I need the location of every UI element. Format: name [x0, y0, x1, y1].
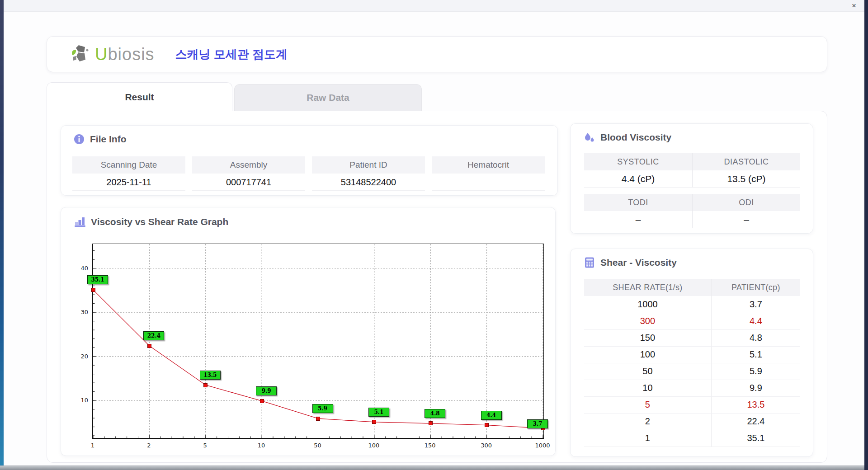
desktop-wallpaper-left-edge	[0, 0, 4, 470]
window-titlebar: ×	[4, 0, 864, 12]
header-card: Ubiosis 스캐닝 모세관 점도계	[47, 36, 827, 72]
data-point-marker	[316, 417, 320, 421]
shear-rate-cell: 150	[584, 329, 711, 346]
shear-rate-cell: 1000	[584, 296, 711, 313]
data-point-marker	[147, 344, 151, 348]
shear-rate-cell: 100	[584, 346, 711, 363]
systolic-diastolic-block: SYSTOLIC DIASTOLIC 4.4 (cP) 13.5 (cP)	[584, 153, 800, 188]
ubiosis-logo: Ubiosis	[71, 44, 155, 64]
x-axis-tick-label: 5	[192, 442, 219, 449]
brand-wordmark: Ubiosis	[95, 45, 155, 64]
col-shear-rate: SHEAR RATE(1/s)	[584, 279, 711, 296]
shear-rate-cell: 50	[584, 363, 711, 380]
app-title: 스캐닝 모세관 점도계	[175, 47, 288, 62]
data-point-label: 5.1	[368, 408, 389, 417]
patient-cell: 22.4	[711, 413, 800, 430]
calculator-icon	[584, 257, 595, 268]
x-axis-tick-label: 1	[79, 442, 106, 449]
patient-cell: 13.5	[711, 396, 800, 413]
field-value: 53148522400	[312, 174, 425, 191]
data-point-label: 9.9	[256, 386, 277, 395]
todi-odi-block: TODI ODI – –	[584, 194, 800, 228]
table-row: 109.9	[584, 380, 800, 396]
shear-viscosity-table: SHEAR RATE(1/s) PATIENT(cp) 10003.73004.…	[584, 279, 800, 447]
info-icon	[74, 134, 85, 145]
shear-rate-cell: 10	[584, 380, 711, 396]
patient-cell: 9.9	[711, 380, 800, 396]
table-row: 513.5	[584, 396, 800, 413]
x-axis-tick-label: 100	[360, 442, 387, 449]
tab-result[interactable]: Result	[47, 82, 232, 111]
x-axis-tick-label: 300	[473, 442, 500, 449]
todi-value: –	[584, 211, 692, 228]
y-axis-tick-label: 20	[73, 353, 88, 360]
app-window: Ubiosis 스캐닝 모세관 점도계 Result Raw Data File…	[4, 12, 864, 465]
data-point-label: 4.8	[425, 409, 445, 418]
table-row: 1504.8	[584, 329, 800, 346]
data-point-label: 22.4	[143, 331, 164, 340]
patient-cell: 4.4	[711, 313, 800, 329]
table-row: 135.1	[584, 430, 800, 446]
blood-viscosity-panel: Blood Viscosity SYSTOLIC DIASTOLIC 4.4 (…	[570, 123, 813, 234]
patient-cell: 35.1	[711, 430, 800, 446]
table-row: 505.9	[584, 363, 800, 380]
table-row: 222.4	[584, 413, 800, 430]
odi-value: –	[692, 211, 800, 228]
shear-rate-cell: 300	[584, 313, 711, 329]
blood-viscosity-title: Blood Viscosity	[600, 132, 671, 143]
systolic-label: SYSTOLIC	[584, 153, 692, 170]
result-content: File Info Scanning Date2025-11-11Assembl…	[47, 111, 827, 463]
file-info-title: File Info	[90, 134, 127, 145]
patient-cell: 3.7	[711, 296, 800, 313]
x-axis-tick-label: 1000	[529, 442, 556, 449]
field-label: Hematocrit	[432, 156, 545, 174]
col-patient: PATIENT(cp)	[711, 279, 800, 296]
shear-rate-cell: 5	[584, 396, 711, 413]
data-point-marker	[203, 383, 208, 387]
file-info-field: Patient ID53148522400	[312, 156, 425, 191]
close-icon[interactable]: ×	[847, 1, 861, 11]
y-axis-tick-label: 10	[73, 397, 88, 404]
file-info-fields: Scanning Date2025-11-11Assembly000717741…	[72, 156, 547, 191]
patient-cell: 5.1	[711, 346, 800, 363]
data-point-marker	[91, 288, 95, 292]
table-row: 3004.4	[584, 313, 800, 329]
shear-viscosity-title: Shear - Viscosity	[600, 257, 677, 268]
data-point-label: 13.5	[200, 371, 221, 380]
patient-cell: 5.9	[711, 363, 800, 380]
data-point-label: 4.4	[481, 411, 502, 420]
x-axis-tick-label: 10	[248, 442, 275, 449]
file-info-field: Hematocrit	[432, 156, 545, 191]
x-axis-tick-label: 150	[416, 442, 443, 449]
patient-cell: 4.8	[711, 329, 800, 346]
shear-rate-cell: 1	[584, 430, 711, 446]
ubiosis-leaf-icon	[71, 44, 93, 64]
shear-table-body: 10003.73004.41504.81005.1505.9109.9513.5…	[584, 296, 800, 446]
viscosity-graph-panel: Viscosity vs Shear Rate Graph 35.122.413…	[61, 207, 556, 456]
field-label: Assembly	[192, 156, 305, 174]
window-bottom-edge	[0, 465, 864, 470]
data-point-marker	[429, 421, 433, 425]
file-info-field: Assembly000717741	[192, 156, 305, 191]
y-axis-tick-label: 30	[73, 309, 88, 315]
x-axis-tick-label: 2	[135, 442, 162, 449]
diastolic-label: DIASTOLIC	[692, 153, 800, 170]
file-info-field: Scanning Date2025-11-11	[72, 156, 185, 191]
field-value: 2025-11-11	[72, 174, 185, 191]
field-value	[432, 174, 545, 191]
tab-raw-data[interactable]: Raw Data	[234, 84, 422, 111]
diastolic-value: 13.5 (cP)	[692, 170, 800, 188]
shear-rate-cell: 2	[584, 413, 711, 430]
table-row: 1005.1	[584, 346, 800, 363]
data-point-marker	[485, 423, 489, 427]
shear-viscosity-panel: Shear - Viscosity SHEAR RATE(1/s) PATIEN…	[570, 249, 813, 457]
field-label: Patient ID	[312, 156, 425, 174]
data-point-marker	[260, 399, 264, 403]
droplets-icon	[584, 132, 595, 143]
field-value: 000717741	[192, 174, 305, 191]
file-info-panel: File Info Scanning Date2025-11-11Assembl…	[61, 125, 558, 196]
x-axis-tick-label: 50	[304, 442, 331, 449]
desktop-wallpaper-right-edge	[864, 0, 868, 470]
data-point-label: 35.1	[87, 275, 108, 284]
plot-area: 35.122.413.59.95.95.14.84.43.7	[92, 244, 544, 439]
